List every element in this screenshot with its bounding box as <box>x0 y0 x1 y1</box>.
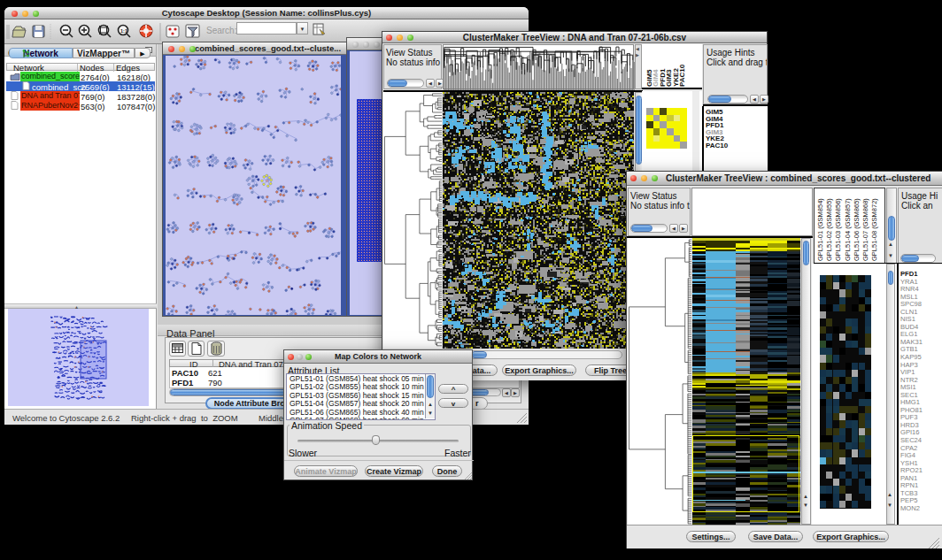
svg-text:1:1: 1:1 <box>120 28 127 34</box>
